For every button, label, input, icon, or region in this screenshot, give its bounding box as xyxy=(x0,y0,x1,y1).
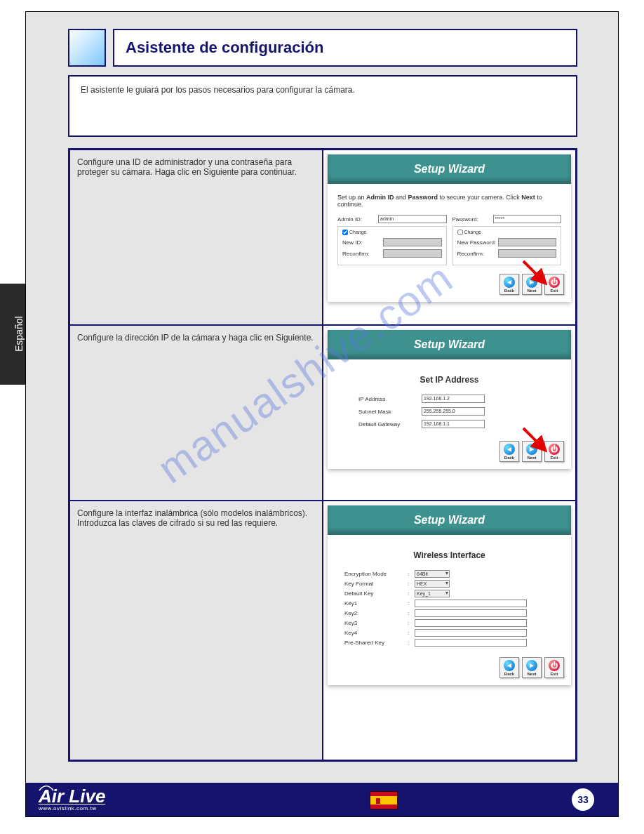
intro-text: El asistente le guiará por los pasos nec… xyxy=(68,75,577,137)
header-icon xyxy=(68,29,106,67)
ip-input[interactable]: 192.168.1.2 xyxy=(422,395,485,403)
wizard-title: Setup Wizard xyxy=(328,505,571,535)
enc-label: Encryption Mode xyxy=(344,571,408,577)
wizard-desc: Set up an Admin ID and Password to secur… xyxy=(337,194,561,208)
admin-id-input[interactable]: admin xyxy=(378,215,447,223)
flag-spain-icon xyxy=(370,791,398,809)
key1-label: Key1 xyxy=(344,600,408,607)
reconfirm-pw-label: Reconfirm: xyxy=(457,251,498,257)
content-grid: Configure una ID de administrador y una … xyxy=(68,148,577,762)
password-label: Password: xyxy=(452,216,493,223)
password-input[interactable]: ***** xyxy=(493,215,562,223)
back-button[interactable]: ◄Back xyxy=(499,441,519,462)
gateway-input[interactable]: 192.168.1.1 xyxy=(422,420,485,428)
row2-screenshot: Setup Wizard Set IP Address IP Address19… xyxy=(323,325,576,501)
reconfirm-pw-input[interactable] xyxy=(498,249,557,258)
row1-screenshot: Setup Wizard Set up an Admin ID and Pass… xyxy=(323,150,576,325)
new-pw-label: New Password: xyxy=(457,239,498,246)
gateway-label: Default Gateway xyxy=(358,421,422,428)
brand-logo: Air Live www.ovislink.com.tw xyxy=(39,788,105,812)
keyf-select[interactable]: HEX xyxy=(415,580,450,588)
next-button[interactable]: ►Next xyxy=(522,657,542,678)
row3-screenshot: Setup Wizard Wireless Interface Encrypti… xyxy=(323,501,576,760)
new-pw-input[interactable] xyxy=(498,238,557,246)
new-id-input[interactable] xyxy=(383,238,442,246)
exit-button[interactable]: ⏻Exit xyxy=(544,441,564,462)
key3-label: Key3 xyxy=(344,620,408,626)
row3-description: Configure la interfaz inalámbrica (sólo … xyxy=(69,501,323,760)
footer-bar: Air Live www.ovislink.com.tw 33 xyxy=(26,783,618,816)
psk-label: Pre-Shared Key xyxy=(344,640,408,646)
back-button[interactable]: ◄Back xyxy=(499,657,519,678)
new-id-label: New ID: xyxy=(342,239,383,246)
defk-select[interactable]: Key_1 xyxy=(415,590,450,597)
exit-button[interactable]: ⏻Exit xyxy=(544,657,564,678)
next-button[interactable]: ►Next xyxy=(522,274,542,295)
reconfirm-id-input[interactable] xyxy=(383,249,442,258)
key4-label: Key4 xyxy=(344,630,408,636)
page-frame: Asistente de configuración El asistente … xyxy=(25,11,619,817)
key3-input[interactable] xyxy=(415,619,527,627)
subnet-input[interactable]: 255.255.255.0 xyxy=(422,407,485,416)
enc-select[interactable]: 64Bit xyxy=(415,570,450,578)
key2-label: Key2 xyxy=(344,610,408,616)
keyf-label: Key Format xyxy=(344,581,408,587)
page-number: 33 xyxy=(572,788,594,811)
key1-input[interactable] xyxy=(415,600,527,607)
wizard-title: Setup Wizard xyxy=(328,154,571,184)
change-id-checkbox[interactable] xyxy=(342,230,348,235)
next-button[interactable]: ►Next xyxy=(522,441,542,462)
reconfirm-id-label: Reconfirm: xyxy=(342,251,383,257)
ip-label: IP Address xyxy=(358,396,422,402)
section-title: Wireless Interface xyxy=(337,550,561,560)
subnet-label: Subnet Mask xyxy=(358,409,422,415)
psk-input[interactable] xyxy=(415,639,527,647)
key2-input[interactable] xyxy=(415,609,527,617)
key4-input[interactable] xyxy=(415,629,527,637)
row2-description: Configure la dirección IP de la cámara y… xyxy=(69,325,323,501)
page-title: Asistente de configuración xyxy=(113,29,577,67)
wizard-title: Setup Wizard xyxy=(328,330,571,359)
exit-button[interactable]: ⏻Exit xyxy=(544,274,564,295)
defk-label: Default Key xyxy=(344,590,408,597)
change-pw-checkbox[interactable] xyxy=(457,230,463,235)
row1-description: Configure una ID de administrador y una … xyxy=(69,150,323,325)
section-title: Set IP Address xyxy=(337,375,561,385)
admin-id-label: Admin ID: xyxy=(337,216,378,223)
back-button[interactable]: ◄Back xyxy=(499,274,519,295)
